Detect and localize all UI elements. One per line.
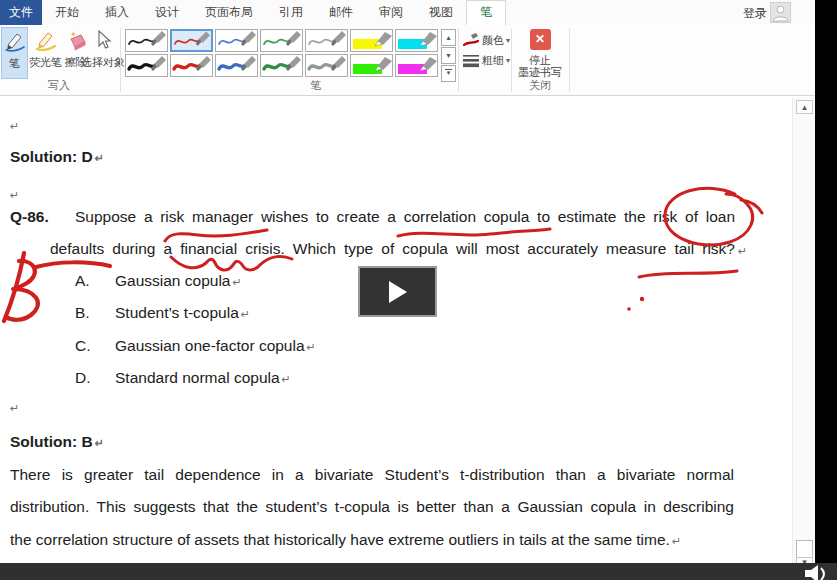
pen-style-gallery [124, 28, 440, 78]
stop-inking-x-icon: ✕ [530, 29, 551, 50]
pen-style-red-thin[interactable] [170, 29, 213, 52]
tab-mailings[interactable]: 邮件 [316, 0, 366, 25]
close-group-label: 关闭 [512, 78, 568, 93]
chevron-down-icon: ▾ [506, 56, 510, 65]
pen-style-green-thin[interactable] [260, 29, 303, 52]
paragraph-mark: ↵ [282, 373, 291, 385]
ink-color-icon [462, 33, 480, 48]
pen-style-gray-thin[interactable] [305, 29, 348, 52]
video-control-bar [0, 563, 837, 580]
select-objects-button[interactable]: 选择对象 [88, 27, 118, 79]
gallery-scroll-down-button[interactable]: ▾ [441, 47, 456, 64]
paragraph-mark: ↵ [672, 535, 681, 547]
solution-d-heading: Solution: D↵ [10, 147, 104, 168]
ink-thickness-label: 粗细 [482, 53, 504, 68]
group-separator [569, 28, 570, 92]
explanation-line-2: distribution. This suggests that the stu… [10, 497, 734, 517]
play-triangle-icon [388, 280, 408, 304]
ribbon-tabs: 开始 插入 设计 页面布局 引用 邮件 审阅 视图 笔 [42, 0, 506, 25]
stop-inking-label-line1: 停止 [529, 54, 551, 66]
group-separator [120, 28, 121, 92]
solution-b-heading: Solution: B↵ [10, 432, 104, 453]
highlighter-tool-button[interactable]: 荧光笔 [29, 27, 62, 79]
explanation-line-3: the correlation structure of assets that… [10, 530, 750, 551]
pen-group-label: 笔 [122, 78, 510, 93]
option-c-letter: C. [75, 336, 91, 356]
pen-tool-label: 笔 [9, 56, 20, 71]
paragraph-mark: ↵ [307, 341, 316, 353]
pen-style-black-thick[interactable] [125, 54, 168, 77]
paragraph-mark: ↵ [10, 185, 19, 205]
chevron-down-icon: ▾ [506, 36, 510, 45]
gallery-scroll-up-button[interactable]: ▴ [441, 29, 456, 46]
tab-insert[interactable]: 插入 [92, 0, 142, 25]
paragraph-mark: ↵ [738, 241, 747, 261]
pen-tool-button[interactable]: 笔 [1, 27, 28, 79]
option-a-letter: A. [75, 271, 90, 291]
word-ink-tools-window: 文件 开始 插入 设计 页面布局 引用 邮件 审阅 视图 笔 登录 [0, 0, 837, 580]
highlighter-style-yellow[interactable] [350, 29, 393, 52]
stop-inking-label-line2: 墨迹书写 [518, 66, 562, 78]
option-d-text: Standard normal copula↵ [115, 368, 291, 389]
paragraph-mark: ↵ [10, 398, 19, 418]
option-a-text: Gaussian copula↵ [115, 271, 242, 292]
paragraph-mark: ↵ [232, 276, 241, 288]
vertical-scrollbar[interactable]: ▴ ▾ [792, 97, 815, 563]
tab-review[interactable]: 审阅 [366, 0, 416, 25]
ink-thickness-button[interactable]: 粗细 ▾ [462, 51, 510, 69]
option-b-letter: B. [75, 303, 90, 323]
option-b-text: Student’s t-copula↵ [115, 303, 250, 324]
volume-icon[interactable] [805, 565, 829, 580]
paragraph-mark: ↵ [10, 116, 19, 136]
tab-page-layout[interactable]: 页面布局 [192, 0, 266, 25]
video-play-button[interactable] [358, 266, 437, 317]
ink-thickness-icon [462, 53, 480, 68]
highlighter-style-green[interactable] [350, 54, 393, 77]
paragraph-mark: ↵ [95, 152, 104, 164]
select-arrow-icon [94, 27, 112, 53]
highlighter-style-cyan[interactable] [395, 29, 438, 52]
paragraph-mark: ↵ [95, 437, 104, 449]
question-number: Q-86. [10, 207, 49, 227]
tab-design[interactable]: 设计 [142, 0, 192, 25]
highlighter-tool-label: 荧光笔 [29, 55, 62, 70]
pen-style-green-thick[interactable] [260, 54, 303, 77]
video-letterbox-right [815, 0, 837, 580]
user-avatar-icon[interactable] [770, 2, 791, 23]
tab-home[interactable]: 开始 [42, 0, 92, 25]
pen-style-blue-thin[interactable] [215, 29, 258, 52]
pen-style-red-thick[interactable] [170, 54, 213, 77]
question-line-2: defaults during a financial crisis. Whic… [50, 239, 735, 259]
ribbon-tab-row: 文件 开始 插入 设计 页面布局 引用 邮件 审阅 视图 笔 登录 [0, 0, 815, 25]
pen-style-black-thin[interactable] [125, 29, 168, 52]
highlighter-icon [35, 27, 57, 53]
eraser-icon: ✦ [64, 27, 88, 53]
option-c-text: Gaussian one-factor copula↵ [115, 336, 316, 357]
option-d-letter: D. [75, 368, 91, 388]
paragraph-mark: ↵ [241, 308, 250, 320]
pen-style-gray-thick[interactable] [305, 54, 348, 77]
explanation-line-1: There is greater tail dependence in a bi… [10, 465, 734, 485]
sign-in-link[interactable]: 登录 [743, 5, 767, 22]
tab-pen[interactable]: 笔 [466, 0, 506, 25]
ink-color-button[interactable]: 颜色 ▾ [462, 31, 510, 49]
pen-icon [4, 28, 26, 54]
question-line-1: Suppose a risk manager wishes to create … [75, 207, 735, 227]
pen-style-blue-thick[interactable] [215, 54, 258, 77]
group-separator [458, 28, 459, 92]
tab-references[interactable]: 引用 [266, 0, 316, 25]
ribbon-body: 笔 荧光笔 ✦ 擦除 [0, 25, 815, 96]
write-group-label: 写入 [0, 78, 118, 93]
document-page[interactable]: ↵ Solution: D↵ ↵ Q-86. Suppose a risk ma… [0, 97, 792, 563]
highlighter-style-magenta[interactable] [395, 54, 438, 77]
ink-color-label: 颜色 [482, 33, 504, 48]
eraser-tool-button[interactable]: ✦ 擦除 [63, 27, 88, 79]
tab-file[interactable]: 文件 [0, 0, 42, 25]
select-objects-label: 选择对象 [81, 55, 125, 70]
scroll-up-button[interactable]: ▴ [796, 100, 813, 114]
tab-view[interactable]: 视图 [416, 0, 466, 25]
